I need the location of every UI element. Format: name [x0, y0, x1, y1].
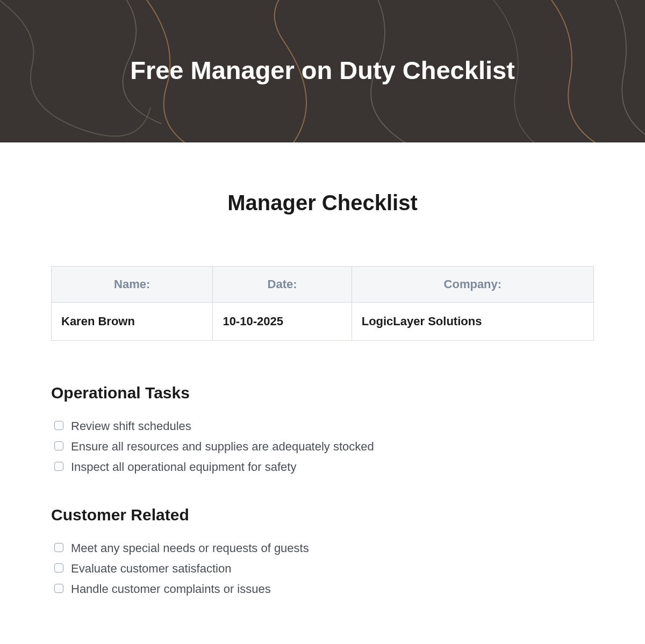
info-header-date: Date: [213, 267, 352, 303]
info-value-company: LogicLayer Solutions [352, 303, 593, 341]
table-row: Karen Brown 10-10-2025 LogicLayer Soluti… [52, 303, 594, 341]
info-value-name: Karen Brown [52, 303, 213, 341]
info-header-company: Company: [352, 267, 593, 303]
section-operational-tasks: Operational Tasks Review shift schedules… [51, 384, 594, 476]
hero-banner: Free Manager on Duty Checklist [0, 0, 645, 142]
page-title: Manager Checklist [51, 191, 594, 215]
info-value-date: 10-10-2025 [213, 303, 352, 341]
checkbox[interactable] [54, 421, 63, 430]
checkbox[interactable] [54, 441, 63, 450]
info-table: Name: Date: Company: Karen Brown 10-10-2… [51, 266, 594, 341]
checklist-item-label: Evaluate customer satisfaction [71, 560, 231, 578]
list-item: Meet any special needs or requests of gu… [54, 539, 594, 557]
list-item: Review shift schedules [54, 417, 594, 435]
checklist-item-label: Handle customer complaints or issues [71, 580, 271, 598]
checklist: Review shift schedules Ensure all resour… [51, 417, 594, 476]
checkbox[interactable] [54, 543, 63, 552]
section-customer-related: Customer Related Meet any special needs … [51, 506, 594, 598]
checklist-item-label: Review shift schedules [71, 417, 191, 435]
checkbox[interactable] [54, 462, 63, 471]
list-item: Handle customer complaints or issues [54, 580, 594, 598]
list-item: Ensure all resources and supplies are ad… [54, 438, 594, 456]
section-title: Customer Related [51, 506, 594, 524]
info-header-name: Name: [52, 267, 213, 303]
checklist-item-label: Inspect all operational equipment for sa… [71, 458, 296, 476]
checklist: Meet any special needs or requests of gu… [51, 539, 594, 598]
checklist-item-label: Ensure all resources and supplies are ad… [71, 438, 374, 456]
section-title: Operational Tasks [51, 384, 594, 402]
checkbox[interactable] [54, 584, 63, 593]
list-item: Evaluate customer satisfaction [54, 560, 594, 578]
checklist-item-label: Meet any special needs or requests of gu… [71, 539, 309, 557]
hero-title: Free Manager on Duty Checklist [130, 55, 515, 85]
list-item: Inspect all operational equipment for sa… [54, 458, 594, 476]
checkbox[interactable] [54, 563, 63, 573]
document-content: Manager Checklist Name: Date: Company: K… [0, 142, 645, 644]
